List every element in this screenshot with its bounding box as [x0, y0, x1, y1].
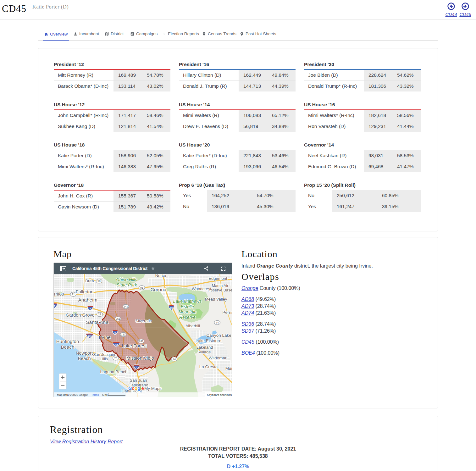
svg-text:Beach: Beach: [61, 344, 75, 350]
svg-text:Lake Mathews: Lake Mathews: [173, 299, 202, 304]
svg-text:Garden Grove: Garden Grove: [66, 313, 95, 318]
svg-text:Terms: Terms: [91, 393, 99, 396]
svg-text:Reserve: Reserve: [179, 315, 196, 320]
svg-text:Alberhill: Alberhill: [185, 324, 200, 328]
svg-text:Laguna Beach: Laguna Beach: [100, 369, 127, 374]
svg-text:Fullerton: Fullerton: [76, 289, 93, 294]
svg-text:73: 73: [114, 357, 117, 360]
svg-text:Mountain: Mountain: [178, 309, 196, 314]
svg-text:Wildomar: Wildomar: [208, 356, 227, 360]
svg-text:91: 91: [72, 293, 75, 296]
svg-text:22: 22: [98, 313, 101, 316]
svg-text:Norco: Norco: [155, 274, 166, 278]
svg-text:State Park: State Park: [116, 282, 137, 287]
svg-text:e: e: [141, 385, 144, 391]
svg-text:5 mi: 5 mi: [102, 393, 108, 396]
svg-text:rritos: rritos: [54, 291, 64, 296]
svg-text:74: 74: [216, 321, 219, 324]
svg-text:Santa Ana: Santa Ana: [86, 319, 108, 325]
svg-text:Brea: Brea: [85, 279, 94, 283]
svg-text:Map data ©2021 Google: Map data ©2021 Google: [57, 393, 88, 396]
svg-text:261: 261: [116, 317, 120, 320]
svg-text:241: 241: [139, 340, 143, 343]
svg-text:Mead Valley: Mead Valley: [205, 297, 227, 302]
svg-text:Murri: Murri: [225, 366, 232, 371]
svg-text:Hills: Hills: [100, 357, 108, 361]
svg-text:Village: Village: [199, 350, 211, 354]
svg-text:5: 5: [136, 366, 137, 369]
svg-text:Anaheim: Anaheim: [78, 297, 97, 302]
svg-text:5: 5: [90, 307, 91, 310]
svg-text:74: 74: [173, 357, 176, 361]
svg-text:5: 5: [114, 331, 116, 334]
svg-text:Keyboard shortcuts: Keyboard shortcuts: [207, 393, 232, 396]
svg-text:Chino Hills: Chino Hills: [116, 277, 137, 282]
svg-text:Edgemont: Edgemont: [208, 276, 227, 281]
svg-text:Estelle: Estelle: [181, 304, 194, 309]
svg-text:Corona: Corona: [151, 287, 167, 292]
svg-text:Perris: Perris: [222, 310, 232, 315]
svg-text:241: 241: [124, 305, 128, 308]
svg-text:Beach: Beach: [78, 356, 91, 361]
svg-text:Reserve Base: Reserve Base: [208, 288, 232, 292]
svg-text:Mission Viejo: Mission Viejo: [126, 355, 154, 361]
svg-text:405: 405: [88, 335, 92, 338]
svg-text:La Cresta: La Cresta: [199, 364, 218, 369]
svg-text:5: 5: [54, 305, 55, 308]
svg-text:San Juan: San Juan: [130, 378, 147, 383]
svg-text:90: 90: [97, 280, 101, 283]
svg-text:Newport: Newport: [76, 351, 93, 356]
svg-text:Canyon Lake: Canyon Lake: [206, 333, 231, 338]
svg-text:Huntington: Huntington: [56, 339, 79, 344]
svg-text:405: 405: [114, 343, 119, 346]
svg-text:Irvine: Irvine: [99, 335, 111, 340]
svg-text:Silverado: Silverado: [136, 319, 152, 323]
svg-text:Lake Elsinore: Lake Elsinore: [196, 338, 221, 343]
svg-text:March Air: March Air: [212, 284, 229, 288]
svg-text:San Joaquin: San Joaquin: [93, 352, 115, 357]
svg-text:My Maps: My Maps: [144, 386, 162, 391]
svg-text:Lake Forest: Lake Forest: [122, 343, 147, 348]
svg-text:15: 15: [170, 307, 173, 309]
svg-text:Lakeland: Lakeland: [196, 345, 213, 350]
svg-text:91: 91: [140, 286, 143, 289]
svg-text:Woodcrest: Woodcrest: [192, 286, 211, 291]
svg-text:133: 133: [121, 333, 125, 336]
